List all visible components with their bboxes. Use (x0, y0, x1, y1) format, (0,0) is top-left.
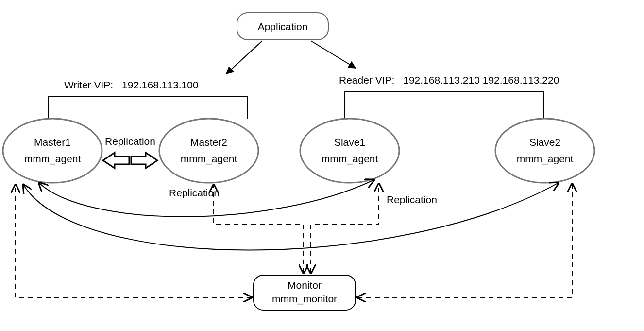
replication-master1-slave2 (23, 183, 559, 250)
arrow-app-to-writer (226, 41, 262, 74)
reader-vip-label: Reader VIP: 192.168.113.210 192.168.113.… (339, 74, 559, 86)
monitor-to-master1 (16, 185, 252, 297)
slave1-node: Slave1 mmm_agent (300, 119, 399, 183)
master1-title: Master1 (34, 137, 71, 148)
replication-mid-label: Replication (169, 187, 220, 198)
slave1-title: Slave1 (334, 137, 365, 148)
replication-right-label: Replication (387, 194, 437, 205)
monitor-to-master2 (214, 185, 304, 273)
diagram-canvas: Application Writer VIP: 192.168.113.100 … (0, 0, 644, 331)
master2-subtitle: mmm_agent (181, 153, 237, 165)
slave2-subtitle: mmm_agent (517, 153, 574, 165)
slave2-node: Slave2 mmm_agent (495, 119, 594, 183)
application-node: Application (237, 13, 328, 40)
master1-node: Master1 mmm_agent (3, 119, 102, 183)
slave2-title: Slave2 (529, 137, 560, 148)
replication-masters-label: Replication (105, 136, 155, 147)
monitor-subtitle: mmm_monitor (272, 293, 337, 305)
master2-title: Master2 (190, 137, 227, 148)
svg-point-3 (300, 119, 399, 183)
replication-double-arrow (103, 153, 157, 168)
master1-subtitle: mmm_agent (24, 153, 81, 165)
monitor-title: Monitor (288, 279, 322, 291)
arrow-app-to-reader (311, 41, 356, 68)
svg-point-2 (159, 119, 258, 183)
application-label: Application (258, 21, 308, 32)
svg-point-1 (3, 119, 102, 183)
svg-point-4 (495, 119, 594, 183)
writer-vip-label: Writer VIP: 192.168.113.100 (64, 79, 199, 90)
master2-node: Master2 mmm_agent (159, 119, 258, 183)
writer-bracket (49, 96, 248, 119)
slave1-subtitle: mmm_agent (322, 153, 378, 165)
reader-bracket (345, 91, 544, 119)
monitor-to-slave1 (311, 184, 379, 273)
monitor-node: Monitor mmm_monitor (254, 275, 356, 310)
